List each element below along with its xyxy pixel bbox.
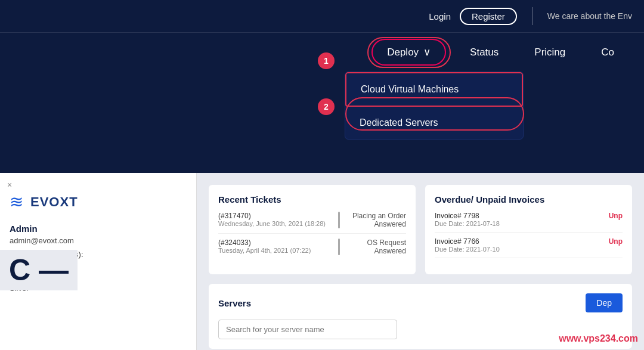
- watermark: www.vps234.com: [559, 333, 638, 344]
- step-badge-2: 2: [318, 98, 335, 115]
- top-bar-divider: [532, 7, 532, 25]
- ticket-info: (#324033) Tuesday, April 4th, 2021 (07:2…: [218, 239, 311, 255]
- overdue-invoices-panel: Overdue/ Unpaid Invoices Invoice# 7798 U…: [425, 185, 632, 274]
- ticket-id: (#324033): [218, 239, 311, 247]
- top-bar-right: Login Register We care about the Env: [429, 7, 632, 25]
- search-input[interactable]: [218, 320, 397, 339]
- sidebar-close-button[interactable]: ×: [7, 180, 12, 190]
- register-button[interactable]: Register: [460, 8, 517, 25]
- nav-items: Deploy ∨ Status Pricing Co: [371, 35, 632, 70]
- invoice-due-date: Due Date: 2021-07-18: [435, 220, 623, 227]
- sidebar-logo: ≋ EVOXT: [10, 192, 187, 212]
- pricing-nav-item[interactable]: Pricing: [516, 35, 583, 70]
- deploy-label: Deploy: [387, 47, 419, 58]
- recent-tickets-panel: Recent Tickets (#317470) Wednesday, June…: [209, 185, 416, 274]
- dropdown-item-dedicated[interactable]: Dedicated Servers: [345, 107, 523, 139]
- ticket-date: Wednesday, June 30th, 2021 (18:28): [218, 220, 326, 227]
- user-name: Admin: [10, 224, 187, 234]
- ticket-divider: [338, 212, 340, 228]
- overdue-invoices-title: Overdue/ Unpaid Invoices: [435, 194, 623, 205]
- servers-header: Servers Dep: [218, 293, 623, 312]
- pricing-label: Pricing: [534, 47, 565, 58]
- invoice-due-date: Due Date: 2021-07-10: [435, 246, 623, 253]
- chevron-down-icon: ∨: [423, 46, 431, 58]
- list-item: Invoice# 7766 Unp Due Date: 2021-07-10: [435, 237, 623, 258]
- dropdown-menu: Cloud Virtual Machines Dedicated Servers: [345, 72, 524, 140]
- top-panels-row: Recent Tickets (#317470) Wednesday, June…: [209, 185, 632, 274]
- logo-icon: ≋: [10, 192, 23, 212]
- step-badge-1: 1: [318, 52, 335, 69]
- status-label: Status: [470, 47, 499, 58]
- invoice-unpaid-badge: Unp: [609, 212, 623, 220]
- table-row: (#324033) Tuesday, April 4th, 2021 (07:2…: [218, 239, 406, 260]
- ticket-divider: [338, 239, 340, 255]
- servers-title: Servers: [218, 298, 251, 308]
- dropdown-item-cvm[interactable]: Cloud Virtual Machines: [345, 72, 523, 107]
- ticket-status: Placing an Order Answered: [352, 212, 406, 228]
- c-dash-text: C —: [0, 250, 78, 290]
- invoice-id: Invoice# 7798 Unp: [435, 212, 623, 220]
- invoice-id: Invoice# 7766 Unp: [435, 237, 623, 246]
- dep-button[interactable]: Dep: [586, 293, 623, 312]
- top-bar: Login Register We care about the Env: [0, 0, 644, 33]
- ticket-info: (#317470) Wednesday, June 30th, 2021 (18…: [218, 212, 326, 228]
- ticket-date: Tuesday, April 4th, 2021 (07:22): [218, 247, 311, 254]
- bottom-area: × ≋ EVOXT Admin admin@evoxt.com Membersh…: [0, 173, 644, 350]
- table-row: (#317470) Wednesday, June 30th, 2021 (18…: [218, 212, 406, 234]
- user-email: admin@evoxt.com: [10, 236, 187, 245]
- main-content: Recent Tickets (#317470) Wednesday, June…: [197, 173, 644, 350]
- deploy-nav-item[interactable]: Deploy ∨: [371, 39, 446, 66]
- list-item: Invoice# 7798 Unp Due Date: 2021-07-18: [435, 212, 623, 233]
- ticket-id: (#317470): [218, 212, 326, 220]
- co-label: Co: [601, 47, 614, 58]
- co-nav-item[interactable]: Co: [583, 35, 632, 70]
- ticket-status: OS Request Answered: [367, 239, 406, 255]
- invoice-unpaid-badge: Unp: [609, 237, 623, 246]
- recent-tickets-title: Recent Tickets: [218, 194, 406, 205]
- env-text: We care about the Env: [547, 11, 632, 21]
- login-link[interactable]: Login: [429, 11, 451, 21]
- logo-text: EVOXT: [30, 194, 78, 210]
- status-nav-item[interactable]: Status: [452, 35, 516, 70]
